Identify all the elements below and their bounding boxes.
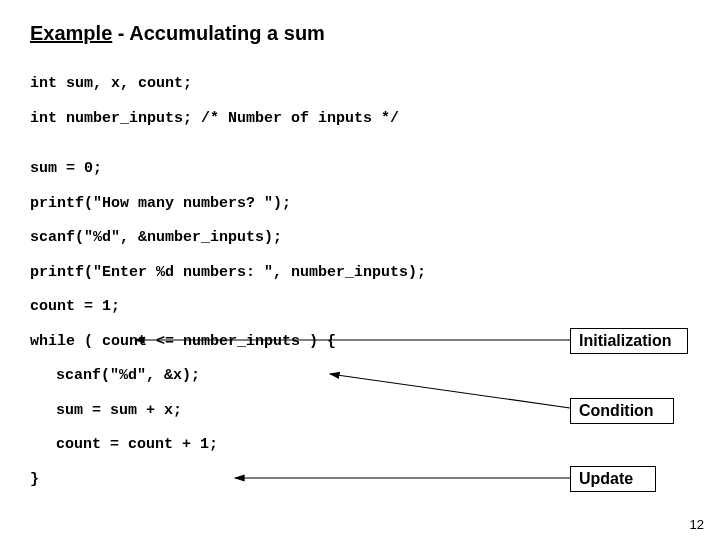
title-underlined-part: Example [30,22,112,44]
callout-initialization: Initialization [570,328,688,354]
code-line-printf2: printf("Enter %d numbers: ", number_inpu… [30,262,690,285]
code-line-printf1: printf("How many numbers? "); [30,193,690,216]
page-number: 12 [690,517,704,532]
callout-condition: Condition [570,398,674,424]
code-line-countinc: count = count + 1; [30,434,690,457]
slide-page: Example - Accumulating a sum int sum, x,… [0,0,720,540]
code-line-suminit: sum = 0; [30,158,690,181]
code-line-scanf2: scanf("%d", &x); [30,365,690,388]
code-line-countinit: count = 1; [30,296,690,319]
code-line-scanf1: scanf("%d", &number_inputs); [30,227,690,250]
code-line-decl2: int number_inputs; /* Number of inputs *… [30,108,690,131]
page-title: Example - Accumulating a sum [30,22,690,45]
code-line-decl1: int sum, x, count; [30,73,690,96]
callout-update: Update [570,466,656,492]
code-block: int sum, x, count; int number_inputs; /*… [30,73,690,491]
title-rest-part: - Accumulating a sum [112,22,325,44]
